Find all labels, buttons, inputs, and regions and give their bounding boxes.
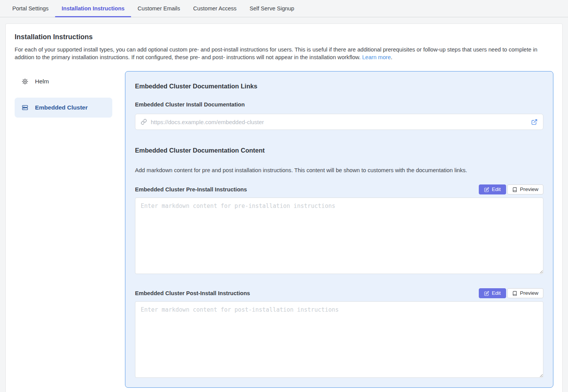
pencil-square-icon xyxy=(484,291,489,296)
sidebar-item-embedded-cluster[interactable]: Embedded Cluster xyxy=(15,98,112,118)
tab-portal-settings[interactable]: Portal Settings xyxy=(6,0,55,17)
sidebar-item-label: Helm xyxy=(35,78,49,85)
post-install-field-head: Embedded Cluster Post-Install Instructio… xyxy=(135,288,543,298)
post-install-edit-button[interactable]: Edit xyxy=(479,288,506,298)
post-install-preview-button[interactable]: Preview xyxy=(507,288,543,298)
pre-install-field-head: Embedded Cluster Pre-Install Instruction… xyxy=(135,184,543,194)
page-description-text: For each of your supported install types… xyxy=(15,47,537,60)
tab-installation-instructions[interactable]: Installation Instructions xyxy=(55,0,131,17)
page-description: For each of your supported install types… xyxy=(15,46,553,61)
pre-install-mode-toggle: Edit Preview xyxy=(479,184,543,194)
learn-more-link[interactable]: Learn more xyxy=(362,54,391,60)
post-install-label: Embedded Cluster Post-Install Instructio… xyxy=(135,290,250,296)
tab-customer-access[interactable]: Customer Access xyxy=(187,0,243,17)
server-stack-icon xyxy=(22,104,28,111)
book-icon xyxy=(512,187,517,192)
link-icon xyxy=(141,119,147,125)
preview-button-label: Preview xyxy=(520,187,538,192)
install-type-sidebar: Helm Embedded Cluster xyxy=(15,71,112,124)
install-documentation-url-field xyxy=(135,114,543,130)
pencil-square-icon xyxy=(484,187,489,192)
sidebar-item-helm[interactable]: Helm xyxy=(15,71,112,91)
external-link-icon[interactable] xyxy=(531,119,538,125)
post-install-mode-toggle: Edit Preview xyxy=(479,288,543,298)
pre-install-label: Embedded Cluster Pre-Install Instruction… xyxy=(135,186,247,193)
pre-install-markdown-textarea[interactable] xyxy=(135,198,543,274)
helm-wheel-icon xyxy=(22,78,28,85)
settings-tabbar: Portal Settings Installation Instruction… xyxy=(0,0,568,17)
documentation-content-heading: Embedded Cluster Documentation Content xyxy=(135,147,543,154)
install-documentation-url-input[interactable] xyxy=(151,119,527,125)
preview-button-label: Preview xyxy=(520,291,538,296)
page-title: Installation Instructions xyxy=(15,33,553,41)
embedded-cluster-panel: Embedded Cluster Documentation Links Emb… xyxy=(125,71,553,388)
documentation-links-heading: Embedded Cluster Documentation Links xyxy=(135,83,543,90)
page-description-suffix: . xyxy=(391,54,392,60)
sidebar-item-label: Embedded Cluster xyxy=(35,104,88,111)
tab-self-serve-signup[interactable]: Self Serve Signup xyxy=(243,0,301,17)
pre-install-edit-button[interactable]: Edit xyxy=(479,184,506,194)
pre-install-preview-button[interactable]: Preview xyxy=(507,184,543,194)
content-row: Helm Embedded Cluster Embedded Cluster D… xyxy=(15,71,553,388)
installation-instructions-card: Installation Instructions For each of yo… xyxy=(5,23,563,392)
documentation-content-description: Add markdown content for pre and post in… xyxy=(135,167,543,174)
book-icon xyxy=(512,291,517,296)
post-install-markdown-textarea[interactable] xyxy=(135,301,543,378)
install-documentation-label: Embedded Cluster Install Documentation xyxy=(135,101,543,108)
edit-button-label: Edit xyxy=(492,291,501,296)
tab-customer-emails[interactable]: Customer Emails xyxy=(131,0,187,17)
edit-button-label: Edit xyxy=(492,187,501,192)
